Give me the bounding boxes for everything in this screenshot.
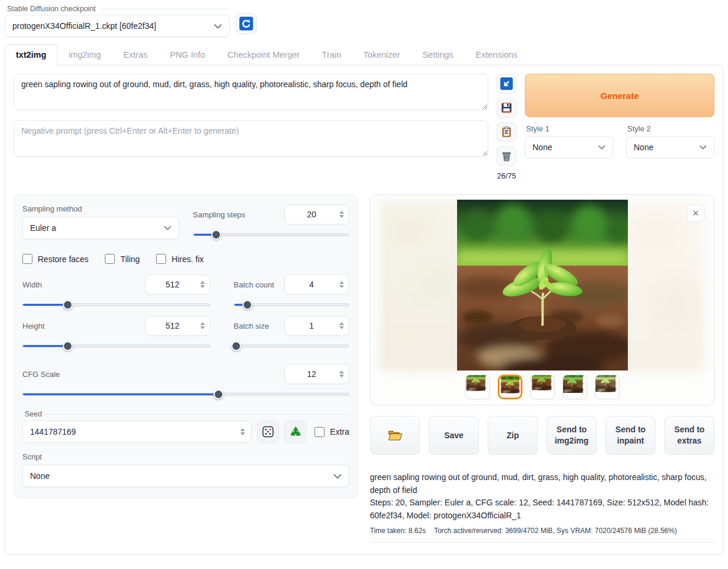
txt2img-panel: green sapling rowing out of ground, mud,… xyxy=(5,65,723,555)
checkpoint-value: protogenX34OfficialR_1.ckpt [60fe2f34] xyxy=(12,21,214,31)
tiling-checkbox[interactable]: Tiling xyxy=(105,254,140,264)
style2-dropdown[interactable]: None xyxy=(626,136,714,158)
checkpoint-dropdown[interactable]: protogenX34OfficialR_1.ckpt [60fe2f34] xyxy=(5,15,230,37)
restore-faces-checkbox[interactable]: Restore faces xyxy=(22,254,88,264)
read-generation-params-button[interactable] xyxy=(497,74,517,94)
open-folder-button[interactable] xyxy=(370,416,420,455)
close-gallery-button[interactable]: × xyxy=(687,204,704,222)
slider-handle[interactable] xyxy=(211,230,221,240)
gallery-side-blur-right xyxy=(623,200,704,372)
spinner[interactable] xyxy=(239,427,246,436)
chevron-down-icon xyxy=(333,474,342,479)
cfg-scale-label: CFG Scale xyxy=(22,370,60,379)
spinner[interactable] xyxy=(338,369,345,379)
thumbnail-4[interactable] xyxy=(562,375,587,399)
send-to-inpaint-button[interactable]: Send to inpaint xyxy=(605,416,656,455)
extra-seed-checkbox[interactable]: Extra xyxy=(315,427,349,437)
height-slider[interactable] xyxy=(22,340,210,351)
spinner[interactable] xyxy=(199,280,206,289)
floppy-disk-icon xyxy=(501,102,512,114)
tab-checkpoint-merger[interactable]: Checkpoint Merger xyxy=(216,44,311,65)
clear-prompt-button[interactable] xyxy=(497,146,517,166)
batch-size-label: Batch size xyxy=(234,322,269,330)
gallery-side-blur-left xyxy=(380,200,461,372)
height-label: Height xyxy=(22,322,45,330)
slider-handle[interactable] xyxy=(214,389,224,399)
sampling-method-dropdown[interactable]: Euler a xyxy=(22,217,179,239)
hires-fix-label: Hires. fix xyxy=(171,254,203,264)
tab-extras[interactable]: Extras xyxy=(112,44,158,65)
batch-count-input[interactable] xyxy=(284,274,349,295)
hires-fix-checkbox[interactable]: Hires. fix xyxy=(156,254,203,264)
tab-tokenizer[interactable]: Tokenizer xyxy=(352,44,411,65)
thumbnail-2-selected[interactable] xyxy=(498,375,522,399)
clipboard-icon xyxy=(501,126,512,138)
script-value: None xyxy=(30,471,333,481)
batch-count-slider[interactable] xyxy=(234,299,349,310)
style2-label: Style 2 xyxy=(627,124,714,133)
sampling-steps-input[interactable] xyxy=(284,204,349,224)
generate-button[interactable]: Generate xyxy=(525,74,714,117)
cfg-scale-slider[interactable] xyxy=(22,389,349,399)
random-seed-button[interactable] xyxy=(257,421,279,443)
folder-icon xyxy=(388,429,403,442)
spinner[interactable] xyxy=(338,280,345,289)
save-button[interactable]: Save xyxy=(429,416,479,455)
thumbnail-1[interactable] xyxy=(465,375,490,399)
style1-dropdown[interactable]: None xyxy=(525,136,613,158)
script-dropdown[interactable]: None xyxy=(22,465,349,487)
tab-settings[interactable]: Settings xyxy=(411,44,464,65)
info-time-taken: Time taken: 8.62s xyxy=(370,527,426,535)
tab-txt2img[interactable]: txt2img xyxy=(5,44,58,65)
spinner[interactable] xyxy=(338,210,345,219)
checkpoint-block: Stable Diffusion checkpoint protogenX34O… xyxy=(5,5,230,37)
width-input[interactable] xyxy=(145,274,210,295)
spinner[interactable] xyxy=(199,321,206,330)
script-label: Script xyxy=(22,452,349,461)
tab-extensions[interactable]: Extensions xyxy=(465,44,529,65)
width-slider[interactable] xyxy=(22,299,210,310)
recycle-icon xyxy=(289,425,302,438)
width-label: Width xyxy=(22,280,42,289)
sampling-steps-slider[interactable] xyxy=(193,229,350,240)
slider-handle[interactable] xyxy=(62,300,72,310)
style1-value: None xyxy=(532,143,598,152)
style1-label: Style 1 xyxy=(526,124,613,133)
cfg-scale-input[interactable] xyxy=(284,364,349,384)
slider-handle[interactable] xyxy=(62,341,72,351)
tab-img2img[interactable]: img2img xyxy=(58,44,112,65)
refresh-checkpoint-button[interactable] xyxy=(236,13,257,34)
zip-button[interactable]: Zip xyxy=(488,416,538,455)
gallery-thumbnails xyxy=(370,375,714,399)
save-style-button[interactable] xyxy=(497,98,517,118)
slider-handle[interactable] xyxy=(243,300,253,310)
send-to-img2img-button[interactable]: Send to img2img xyxy=(547,416,597,455)
thumbnail-5[interactable] xyxy=(595,375,620,399)
negative-prompt-input[interactable] xyxy=(14,120,488,157)
seed-input[interactable] xyxy=(22,421,252,443)
thumbnail-3[interactable] xyxy=(530,375,555,399)
tiling-label: Tiling xyxy=(120,254,140,264)
dice-icon xyxy=(262,425,274,438)
spinner[interactable] xyxy=(338,321,345,330)
checkpoint-label-text: Stable Diffusion checkpoint xyxy=(7,5,96,13)
tab-png-info[interactable]: PNG Info xyxy=(158,44,216,65)
seed-label-text: Seed xyxy=(25,410,42,418)
close-icon: × xyxy=(693,207,699,220)
restore-faces-label: Restore faces xyxy=(38,254,88,264)
reuse-seed-button[interactable] xyxy=(284,421,307,443)
apply-style-button[interactable] xyxy=(497,122,517,142)
height-input[interactable] xyxy=(145,316,210,336)
sampling-method-label: Sampling method xyxy=(22,204,179,213)
extra-seed-label: Extra xyxy=(330,427,349,436)
slider-handle[interactable] xyxy=(231,341,241,351)
send-to-extras-button[interactable]: Send to extras xyxy=(664,416,714,455)
batch-size-slider[interactable] xyxy=(234,340,349,351)
prompt-input[interactable]: green sapling rowing out of ground, mud,… xyxy=(14,74,488,110)
arrow-down-left-icon xyxy=(500,77,513,90)
batch-size-input[interactable] xyxy=(284,316,349,336)
generated-image[interactable] xyxy=(457,200,628,370)
tab-train[interactable]: Train xyxy=(311,44,353,65)
refresh-icon xyxy=(239,16,253,31)
generation-info: green sapling rowing out of ground, mud,… xyxy=(370,471,714,542)
